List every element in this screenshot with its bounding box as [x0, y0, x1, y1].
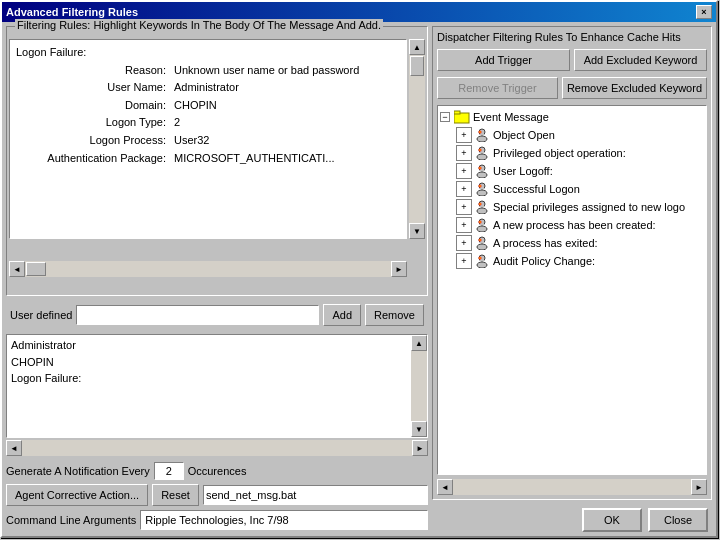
- generate-input[interactable]: [154, 462, 184, 480]
- tree-item-object-open[interactable]: + Object Open: [440, 126, 704, 144]
- tree-scroll-right[interactable]: ►: [691, 479, 707, 495]
- hscroll-thumb[interactable]: [26, 262, 46, 276]
- event-message-folder-icon: [454, 110, 470, 124]
- svg-point-33: [477, 244, 487, 250]
- tree-item-new-process[interactable]: + A new process has been created:: [440, 216, 704, 234]
- list-track[interactable]: [411, 351, 427, 421]
- trigger-button-row: Add Trigger Add Excluded Keyword: [437, 49, 707, 71]
- close-button[interactable]: Close: [648, 508, 708, 532]
- list-item[interactable]: Logon Failure:: [11, 370, 423, 387]
- dispatcher-panel: Dispatcher Filtering Rules To Enhance Ca…: [432, 26, 712, 500]
- log-scroll-area: Logon Failure: Reason: Unknown user name…: [9, 39, 407, 239]
- tree-expand-icon-6[interactable]: +: [456, 217, 472, 233]
- send-command-input[interactable]: [203, 485, 428, 505]
- list-scroll-right[interactable]: ►: [412, 440, 428, 456]
- tree-item-process-exited[interactable]: + A process has exited:: [440, 234, 704, 252]
- svg-point-11: [479, 149, 481, 151]
- bottom-section: Generate A Notification Every Occurences…: [6, 460, 428, 532]
- person-icon-4: [474, 182, 490, 196]
- field-value-auth-package: MICROSOFT_AUTHENTICATI...: [174, 150, 335, 168]
- tree-expand-icon-2[interactable]: +: [456, 145, 472, 161]
- command-line-input[interactable]: [140, 510, 428, 530]
- person-icon-1: [474, 128, 490, 142]
- generate-row: Generate A Notification Every Occurences: [6, 462, 428, 480]
- left-panel: Filtering Rules: Highlight Keywords In T…: [6, 26, 428, 532]
- window-content: Filtering Rules: Highlight Keywords In T…: [2, 22, 716, 536]
- tree-item-label-3: User Logoff:: [493, 165, 553, 177]
- command-row: Command Line Arguments: [6, 510, 428, 530]
- tree-expand-icon-4[interactable]: +: [456, 181, 472, 197]
- add-excluded-keyword-button[interactable]: Add Excluded Keyword: [574, 49, 707, 71]
- remove-button[interactable]: Remove: [365, 304, 424, 326]
- items-list-container: Administrator CHOPIN Logon Failure: ▲ ▼ …: [6, 334, 428, 456]
- log-hscrollbar[interactable]: ◄ ►: [9, 261, 407, 277]
- reset-button[interactable]: Reset: [152, 484, 199, 506]
- tree-expand-icon-8[interactable]: +: [456, 253, 472, 269]
- tree-item-label-5: Special privileges assigned to new logo: [493, 201, 685, 213]
- title-bar-text: Advanced Filtering Rules: [6, 6, 138, 18]
- svg-point-6: [479, 131, 481, 133]
- svg-point-36: [479, 239, 481, 241]
- tree-expand-icon[interactable]: +: [456, 127, 472, 143]
- remove-button-row: Remove Trigger Remove Excluded Keyword: [437, 77, 707, 99]
- remove-excluded-keyword-button[interactable]: Remove Excluded Keyword: [562, 77, 707, 99]
- log-content: Logon Failure: Reason: Unknown user name…: [10, 40, 406, 171]
- field-value-domain: CHOPIN: [174, 97, 217, 115]
- items-list[interactable]: Administrator CHOPIN Logon Failure: ▲ ▼: [6, 334, 428, 438]
- hscroll-track[interactable]: [25, 261, 391, 277]
- tree-scroll-left[interactable]: ◄: [437, 479, 453, 495]
- list-vscrollbar[interactable]: ▲ ▼: [411, 335, 427, 437]
- remove-trigger-button[interactable]: Remove Trigger: [437, 77, 558, 99]
- svg-point-31: [479, 221, 481, 223]
- field-value-logon-type: 2: [174, 114, 180, 132]
- person-icon-6: [474, 218, 490, 232]
- tree-item-successful-logon[interactable]: + Successful Logon: [440, 180, 704, 198]
- tree-htrack[interactable]: [453, 479, 691, 495]
- window-title: Advanced Filtering Rules: [6, 6, 138, 18]
- list-item[interactable]: CHOPIN: [11, 354, 423, 371]
- tree-content: − Event Message: [438, 106, 706, 272]
- close-icon[interactable]: ×: [696, 5, 712, 19]
- ok-cancel-row: OK Close: [432, 504, 712, 532]
- scroll-right-btn[interactable]: ►: [391, 261, 407, 277]
- scroll-thumb[interactable]: [410, 56, 424, 76]
- list-scroll-left[interactable]: ◄: [6, 440, 22, 456]
- add-button[interactable]: Add: [323, 304, 361, 326]
- user-defined-label: User defined: [10, 309, 72, 321]
- filter-rules-label: Filtering Rules: Highlight Keywords In T…: [15, 19, 383, 31]
- add-trigger-button[interactable]: Add Trigger: [437, 49, 570, 71]
- log-field-reason: Reason: Unknown user name or bad passwor…: [26, 62, 400, 80]
- tree-item-user-logoff[interactable]: + User Logoff:: [440, 162, 704, 180]
- list-scroll-up[interactable]: ▲: [411, 335, 427, 351]
- tree-item-privileged[interactable]: + Privileged object operation:: [440, 144, 704, 162]
- scroll-track[interactable]: [409, 55, 425, 223]
- log-field-auth-package: Authentication Package: MICROSOFT_AUTHEN…: [26, 150, 400, 168]
- list-item[interactable]: Administrator: [11, 337, 423, 354]
- action-row: Agent Corrective Action... Reset: [6, 484, 428, 506]
- tree-item-special-privileges[interactable]: + Special privileges assigned to new log…: [440, 198, 704, 216]
- list-scroll-down[interactable]: ▼: [411, 421, 427, 437]
- person-icon-7: [474, 236, 490, 250]
- log-vscrollbar[interactable]: ▲ ▼: [409, 39, 425, 239]
- tree-expand-icon-5[interactable]: +: [456, 199, 472, 215]
- agent-corrective-action-button[interactable]: Agent Corrective Action...: [6, 484, 148, 506]
- svg-point-18: [477, 190, 487, 196]
- tree-expand-icon-7[interactable]: +: [456, 235, 472, 251]
- log-field-logon-type: Logon Type: 2: [26, 114, 400, 132]
- tree-collapse-icon[interactable]: −: [440, 112, 450, 122]
- user-defined-input[interactable]: [76, 305, 319, 325]
- tree-item-audit-policy[interactable]: + Audit Policy Change:: [440, 252, 704, 270]
- occurences-label: Occurences: [188, 465, 247, 477]
- tree-hscrollbar[interactable]: ◄ ►: [437, 479, 707, 495]
- person-icon-3: [474, 164, 490, 178]
- svg-point-16: [479, 167, 481, 169]
- ok-button[interactable]: OK: [582, 508, 642, 532]
- tree-root-row[interactable]: − Event Message: [440, 108, 704, 126]
- list-htrack[interactable]: [22, 440, 412, 456]
- tree-item-label-6: A new process has been created:: [493, 219, 656, 231]
- tree-expand-icon-3[interactable]: +: [456, 163, 472, 179]
- scroll-down-btn[interactable]: ▼: [409, 223, 425, 239]
- scroll-left-btn[interactable]: ◄: [9, 261, 25, 277]
- list-hscrollbar[interactable]: ◄ ►: [6, 440, 428, 456]
- scroll-up-btn[interactable]: ▲: [409, 39, 425, 55]
